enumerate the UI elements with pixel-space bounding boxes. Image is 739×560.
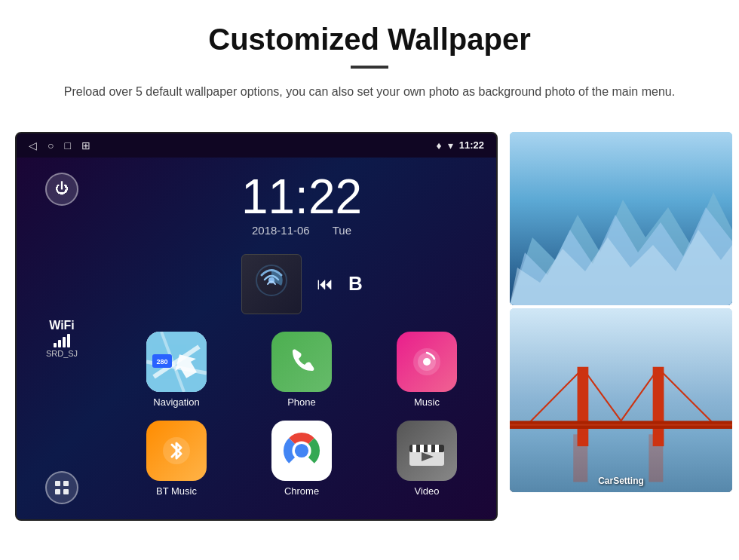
video-svg [406,434,447,467]
wifi-bar-3 [63,337,66,347]
clock-area: 11:22 2018-11-06 Tue [107,165,496,248]
bluetooth-svg [160,434,193,467]
wallpaper-city[interactable]: CarSetting [510,308,732,492]
chrome-label: Chrome [284,485,319,497]
clock-date-value: 2018-11-06 [252,224,310,237]
app-item-video[interactable]: Video [369,421,485,500]
page-description: Preload over 5 default wallpaper options… [60,82,679,102]
svg-rect-24 [420,445,424,452]
wallpaper-bottom-row: CarSetting [510,308,732,492]
status-time: 11:22 [459,139,484,151]
content-area: ◁ ○ □ ⊞ ♦ ▾ 11:22 ⏻ WiFi [0,117,739,536]
wifi-label: WiFi [46,319,78,332]
center-content: 11:22 2018-11-06 Tue [107,158,496,519]
status-bar-left: ◁ ○ □ ⊞ [29,139,90,151]
screen-body: ⏻ WiFi SRD_SJ [17,158,496,519]
video-icon [397,421,457,481]
android-screen: ◁ ○ □ ⊞ ♦ ▾ 11:22 ⏻ WiFi [15,132,498,521]
music-svg: ♪ [410,345,443,378]
media-controls: ⏮ B [107,248,496,320]
media-letter-b: B [348,272,362,295]
phone-label: Phone [287,396,316,408]
phone-svg [285,345,318,378]
bridge-svg [510,308,732,492]
bt-music-label: BT Music [156,485,197,497]
header-section: Customized Wallpaper Preload over 5 defa… [0,0,739,117]
svg-rect-2 [55,489,60,494]
home-icon[interactable]: ○ [48,139,54,151]
svg-rect-0 [55,481,60,486]
app-grid: 280 Navigation [107,320,496,512]
wifi-widget: WiFi SRD_SJ [46,319,78,358]
clock-time: 11:22 [107,173,496,221]
navigation-label: Navigation [153,396,199,408]
phone-icon [271,332,332,392]
left-sidebar: ⏻ WiFi SRD_SJ [17,158,107,519]
media-album-art [241,254,302,314]
clock-date: 2018-11-06 Tue [107,224,496,237]
chrome-svg [281,430,323,472]
svg-rect-23 [412,445,416,452]
carsetting-label: CarSetting [598,476,644,486]
title-divider [351,66,388,69]
svg-rect-43 [649,434,663,482]
app-item-phone[interactable]: Phone [244,332,360,412]
svg-text:280: 280 [156,358,167,366]
status-bar: ◁ ○ □ ⊞ ♦ ▾ 11:22 [17,133,496,158]
svg-point-20 [295,443,308,457]
app-item-bt-music[interactable]: BT Music [118,421,235,500]
wifi-ssid: SRD_SJ [46,349,78,358]
video-label: Video [414,485,439,497]
app-item-navigation[interactable]: 280 Navigation [118,332,235,412]
screenshot-icon[interactable]: ⊞ [81,139,90,151]
navigation-icon: 280 [146,332,207,392]
app-item-chrome[interactable]: Chrome [244,421,360,500]
ice-scene [510,132,732,305]
svg-rect-42 [573,434,587,482]
svg-rect-26 [435,445,439,452]
svg-rect-1 [63,481,69,486]
svg-text:♪: ♪ [424,354,430,367]
status-bar-right: ♦ ▾ 11:22 [437,139,484,151]
nav-map-svg: 280 [146,332,207,392]
apps-grid-button[interactable] [45,471,78,504]
page-title: Customized Wallpaper [45,23,694,57]
chrome-icon [271,421,332,481]
svg-rect-41 [510,424,732,425]
grid-icon [54,479,70,496]
ice-scene-svg [510,132,732,305]
wifi-bar-2 [58,340,61,347]
bt-music-icon [146,421,207,481]
wallpaper-panels: CarSetting [510,132,732,492]
svg-rect-3 [63,489,69,494]
wifi-signal-icon [253,262,290,306]
power-button[interactable]: ⏻ [45,173,78,206]
music-label: Music [414,396,440,408]
app-item-music[interactable]: ♪ Music [369,332,485,412]
bridge-scene: CarSetting [510,308,732,492]
wifi-status-icon: ▾ [448,139,453,151]
wifi-signal-bars [46,334,78,347]
music-icon: ♪ [397,332,457,392]
wifi-bar-4 [67,334,70,347]
location-icon: ♦ [437,139,442,151]
wifi-bar-1 [54,343,57,347]
back-icon[interactable]: ◁ [29,139,37,151]
clock-day-value: Tue [333,224,351,237]
svg-rect-25 [428,445,431,452]
wallpaper-top[interactable] [510,132,732,305]
menu-icon[interactable]: □ [64,139,70,151]
prev-track-icon[interactable]: ⏮ [317,274,333,294]
